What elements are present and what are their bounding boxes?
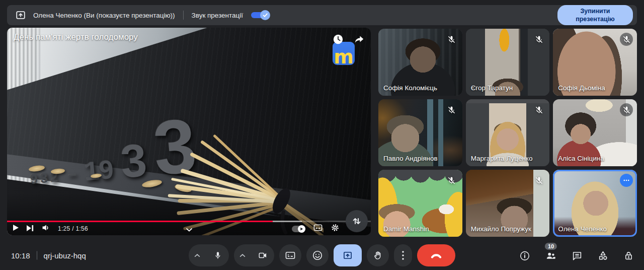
play-button[interactable] <box>12 224 19 233</box>
mic-button[interactable] <box>189 244 229 266</box>
chevron-up-icon <box>194 253 200 257</box>
mic-off-icon <box>620 33 633 46</box>
camera-icon <box>258 251 268 260</box>
participant-tile[interactable]: Єгор Таратун <box>466 29 550 96</box>
raise-hand-button[interactable] <box>367 244 389 266</box>
participant-tile[interactable]: Софія Коломієць <box>378 29 462 96</box>
presentation-tile[interactable]: 932 – 19 3 3 m <box>7 28 371 235</box>
participant-tile[interactable]: Маргарита Луценко <box>466 99 550 166</box>
chat-icon[interactable] <box>572 250 583 261</box>
presenter-label: Олена Чепенко (Ви (показуєте презентацію… <box>33 12 175 19</box>
participant-name: Софія Коломієць <box>383 84 437 92</box>
subtitles-icon[interactable] <box>313 224 323 234</box>
present-screen-button[interactable] <box>334 244 362 266</box>
mic-off-icon <box>445 174 458 187</box>
participant-name: Софія Дьоміна <box>558 84 605 92</box>
participant-name: Павло Андріянов <box>383 155 438 162</box>
clock: 10:18 <box>11 251 30 260</box>
present-screen-icon <box>15 10 26 21</box>
autoplay-toggle[interactable] <box>292 226 305 232</box>
divider <box>183 11 184 20</box>
volume-icon[interactable] <box>41 224 50 234</box>
presentation-sound-toggle[interactable] <box>250 10 270 20</box>
meet-bottom-bar: 10:18 qrj-ubuz-hqq <box>0 241 644 270</box>
video-controls: 1:25 / 1:56 <box>7 222 371 235</box>
mic-off-icon <box>445 103 458 116</box>
participant-tile[interactable]: Damir Manshin <box>378 170 462 237</box>
check-icon <box>260 10 270 20</box>
meeting-details-icon[interactable] <box>519 250 530 261</box>
share-icon[interactable] <box>354 34 365 47</box>
people-icon[interactable]: 10 <box>545 250 557 261</box>
participant-name: Олена Чепенко <box>558 225 607 233</box>
camera-button[interactable] <box>234 244 274 266</box>
chevron-down-icon[interactable] <box>186 225 193 234</box>
participant-name: Єгор Таратун <box>471 84 513 92</box>
host-controls-lock-icon[interactable] <box>623 250 634 261</box>
participant-tile[interactable]: Павло Андріянов <box>378 99 462 166</box>
video-title: День пам'яті жертв голодомору <box>14 32 138 42</box>
stop-presentation-button[interactable]: Зупинити презентацію <box>557 5 633 26</box>
presentation-banner: Олена Чепенко (Ви (показуєте презентацію… <box>7 5 637 25</box>
resize-presentation-button[interactable] <box>346 210 368 232</box>
participant-name: Маргарита Луценко <box>471 155 533 162</box>
end-call-button[interactable] <box>417 244 455 266</box>
participant-count-badge: 10 <box>545 243 557 250</box>
activities-icon[interactable] <box>597 250 609 261</box>
presentation-sound-label: Звук презентації <box>192 12 244 19</box>
participant-tile[interactable]: Софія Дьоміна <box>553 29 637 96</box>
chevron-up-icon <box>239 253 246 257</box>
participant-grid: Софія Коломієць Єгор Таратун Софія Дьомі… <box>378 29 637 237</box>
participant-name: Damir Manshin <box>383 225 429 233</box>
participant-tile-self[interactable]: Олена Чепенко <box>553 170 637 237</box>
video-time: 1:25 / 1:56 <box>58 225 88 232</box>
reactions-button[interactable] <box>306 244 329 266</box>
participant-name: Аліса Сініцина <box>558 155 604 162</box>
watch-later-icon[interactable] <box>333 34 344 47</box>
tile-more-options-button[interactable] <box>620 174 633 187</box>
captions-button[interactable] <box>279 244 301 266</box>
settings-gear-icon[interactable] <box>331 223 340 234</box>
next-video-button[interactable] <box>27 224 34 233</box>
participant-name: Михайло Попружук <box>471 225 531 233</box>
meeting-code: qrj-ubuz-hqq <box>44 251 86 260</box>
participant-tile[interactable]: Михайло Попружук <box>466 170 550 237</box>
participant-tile[interactable]: Аліса Сініцина <box>553 99 637 166</box>
mic-off-icon <box>620 103 633 116</box>
mic-off-icon <box>445 33 458 46</box>
mic-icon <box>213 251 222 260</box>
more-options-button[interactable] <box>394 244 412 266</box>
